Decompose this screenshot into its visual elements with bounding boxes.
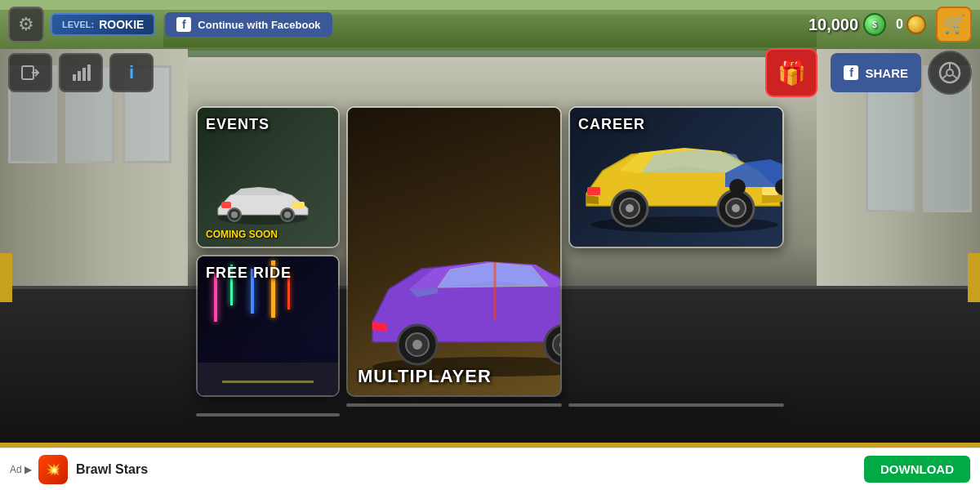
career-label: CAREER [578, 116, 645, 133]
events-tile[interactable]: EVENTS COMING SOON [196, 106, 340, 248]
career-car-svg [574, 128, 784, 234]
svg-point-6 [947, 69, 953, 76]
svg-rect-16 [221, 202, 231, 208]
svg-point-14 [284, 212, 291, 218]
right-column [968, 253, 980, 302]
gold-coin-icon [906, 15, 926, 34]
svg-point-33 [732, 204, 740, 212]
facebook-icon: f [176, 17, 191, 32]
main-menu-grid: EVENTS COMING SOON [196, 106, 784, 416]
race-tile[interactable]: RACE [568, 403, 784, 407]
exit-icon [20, 63, 40, 82]
svg-point-12 [231, 212, 238, 218]
info-icon: i [129, 62, 134, 83]
share-button[interactable]: f SHARE [831, 53, 921, 92]
freeride-label: FREE RIDE [206, 265, 292, 282]
gift-icon: 🎁 [777, 60, 806, 87]
green-coin-icon: $ [863, 13, 886, 36]
svg-point-20 [412, 340, 422, 350]
gift-button[interactable]: 🎁 [765, 48, 817, 97]
svg-point-30 [626, 204, 634, 212]
multiplayer-car-svg [356, 232, 562, 379]
multiplayer-tile[interactable]: MULTIPLAYER [346, 106, 562, 397]
fb-connect-label: Continue with Facebook [198, 19, 320, 31]
coming-soon-label: COMING SOON [206, 229, 278, 240]
stats-icon [71, 63, 91, 82]
svg-rect-4 [87, 65, 91, 81]
ad-indicator: Ad ▶ [10, 464, 32, 475]
svg-rect-0 [22, 66, 33, 79]
facebook-share-icon: f [844, 65, 858, 80]
ad-banner: Ad ▶ 💥 Brawl Stars DOWNLOAD [0, 448, 980, 490]
level-label: LEVEL: [62, 20, 94, 29]
freeride-tile[interactable]: FREE RIDE [196, 255, 340, 397]
learnmode-tile[interactable]: LEARN MODE [196, 413, 340, 416]
events-car-svg [210, 177, 316, 226]
stats-button[interactable] [59, 53, 103, 92]
shop-basket-button[interactable]: 🛒 [936, 7, 972, 42]
svg-rect-27 [587, 187, 600, 195]
events-label: EVENTS [206, 116, 270, 133]
gold-value: 0 [896, 17, 903, 32]
steering-wheel-icon [938, 61, 961, 84]
coins-value: 10,000 [808, 16, 858, 34]
info-button[interactable]: i [109, 53, 154, 92]
gold-currency: 0 [896, 15, 926, 34]
facebook-connect-button[interactable]: f Continue with Facebook [165, 12, 332, 37]
svg-point-34 [729, 179, 746, 195]
steering-button[interactable] [928, 51, 972, 95]
svg-rect-3 [82, 68, 86, 81]
basket-icon: 🛒 [943, 14, 965, 35]
level-badge: LEVEL: ROOKIE [51, 13, 155, 36]
level-value: ROOKIE [99, 18, 144, 31]
svg-rect-2 [78, 71, 81, 81]
exit-button[interactable] [8, 53, 52, 92]
share-label: SHARE [865, 66, 908, 80]
download-button[interactable]: DOWNLOAD [864, 456, 970, 483]
settings-button[interactable]: ⚙ [8, 7, 44, 42]
svg-rect-15 [292, 202, 305, 208]
multiplayer-label: MULTIPLAYER [358, 366, 492, 387]
currency-area: 10,000 $ 0 🛒 [808, 7, 972, 42]
ad-app-name: Brawl Stars [76, 462, 864, 477]
ad-app-icon: 💥 [38, 455, 68, 484]
svg-line-8 [942, 75, 947, 79]
garage-tile[interactable]: GARAGE [346, 403, 562, 407]
gear-icon: ⚙ [18, 14, 34, 35]
hud-secondary-bar: i 🎁 f SHARE [0, 51, 980, 95]
coins-display: 10,000 $ [808, 13, 886, 36]
svg-rect-1 [73, 74, 76, 81]
left-column [0, 253, 12, 302]
career-tile[interactable]: CAREER [568, 106, 784, 248]
svg-line-9 [953, 75, 958, 79]
hud-top-bar: ⚙ LEVEL: ROOKIE f Continue with Facebook… [0, 0, 980, 49]
multiplayer-bg [348, 108, 560, 395]
